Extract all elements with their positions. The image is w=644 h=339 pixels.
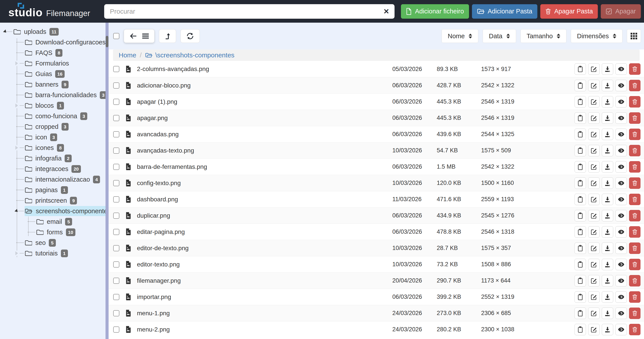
row-checkbox[interactable] — [113, 262, 119, 268]
row-checkbox[interactable] — [113, 326, 119, 332]
tree-item[interactable]: screenshots-componentes — [0, 206, 106, 216]
edit-button[interactable] — [588, 324, 600, 335]
select-all-checkbox[interactable] — [113, 33, 119, 39]
delete-file-button[interactable] — [629, 324, 640, 335]
preview-button[interactable] — [616, 308, 627, 319]
sidebar-scrollbar-thumb[interactable] — [106, 36, 108, 47]
preview-button[interactable] — [616, 145, 627, 156]
delete-file-button[interactable] — [629, 161, 640, 172]
copy-path-button[interactable] — [574, 178, 586, 189]
copy-path-button[interactable] — [574, 210, 586, 222]
row-checkbox[interactable] — [113, 180, 119, 186]
row-checkbox[interactable] — [113, 164, 119, 170]
edit-button[interactable] — [588, 145, 600, 156]
row-checkbox[interactable] — [113, 245, 119, 251]
copy-path-button[interactable] — [574, 242, 586, 254]
clear-search-icon[interactable]: ✕ — [383, 8, 389, 15]
download-button[interactable] — [602, 194, 613, 205]
tree-item[interactable]: paginas 1 — [0, 185, 106, 195]
download-button[interactable] — [602, 242, 613, 254]
tree-item[interactable]: barra-funcionalidades 3 — [0, 90, 106, 100]
edit-button[interactable] — [588, 194, 600, 205]
tree-item[interactable]: Formularios — [0, 58, 106, 68]
preview-button[interactable] — [616, 194, 627, 205]
row-checkbox[interactable] — [113, 212, 119, 219]
row-checkbox[interactable] — [113, 131, 119, 138]
copy-path-button[interactable] — [574, 275, 586, 286]
edit-button[interactable] — [588, 112, 600, 124]
copy-path-button[interactable] — [574, 259, 586, 270]
tree-item[interactable]: seo 5 — [0, 238, 106, 248]
delete-file-button[interactable] — [629, 291, 640, 303]
preview-button[interactable] — [616, 63, 627, 75]
tree-expander-icon[interactable] — [14, 208, 19, 214]
tree-item[interactable]: icon 3 — [0, 132, 106, 142]
preview-button[interactable] — [616, 259, 627, 270]
delete-folder-button[interactable]: Apagar Pasta — [540, 4, 598, 19]
edit-button[interactable] — [588, 210, 600, 222]
edit-button[interactable] — [588, 308, 600, 319]
tree-item[interactable]: email 5 — [0, 216, 106, 227]
edit-button[interactable] — [588, 80, 600, 91]
delete-file-button[interactable] — [629, 96, 640, 108]
copy-path-button[interactable] — [574, 96, 586, 108]
delete-file-button[interactable] — [629, 210, 640, 222]
delete-file-button[interactable] — [629, 194, 640, 205]
copy-path-button[interactable] — [574, 308, 586, 319]
preview-button[interactable] — [616, 96, 627, 108]
download-button[interactable] — [602, 275, 613, 286]
tree-item[interactable]: blocos 1 — [0, 100, 106, 111]
download-button[interactable] — [602, 112, 613, 124]
delete-file-button[interactable] — [629, 80, 640, 91]
edit-button[interactable] — [588, 242, 600, 254]
tree-expander-icon[interactable] — [3, 29, 8, 34]
delete-file-button[interactable] — [629, 178, 640, 189]
row-checkbox[interactable] — [113, 229, 119, 235]
tree-item[interactable]: forms 10 — [0, 227, 106, 238]
delete-file-button[interactable] — [629, 128, 640, 140]
search-input[interactable] — [104, 4, 394, 19]
preview-button[interactable] — [616, 291, 627, 303]
row-checkbox[interactable] — [113, 294, 119, 300]
back-and-list-button[interactable] — [124, 29, 154, 43]
tree-item[interactable]: Guias 16 — [0, 68, 106, 79]
preview-button[interactable] — [616, 161, 627, 172]
copy-path-button[interactable] — [574, 145, 586, 156]
preview-button[interactable] — [616, 128, 627, 140]
row-checkbox[interactable] — [113, 278, 119, 284]
tree-item[interactable]: tutoriais 1 — [0, 248, 106, 258]
copy-path-button[interactable] — [574, 63, 586, 75]
edit-button[interactable] — [588, 96, 600, 108]
tree-item[interactable]: uploads 11 — [0, 26, 106, 37]
download-button[interactable] — [602, 308, 613, 319]
edit-button[interactable] — [588, 128, 600, 140]
copy-path-button[interactable] — [574, 128, 586, 140]
row-checkbox[interactable] — [113, 148, 119, 154]
download-button[interactable] — [602, 63, 613, 75]
preview-button[interactable] — [616, 80, 627, 91]
tree-item[interactable]: FAQS 8 — [0, 48, 106, 58]
preview-button[interactable] — [616, 242, 627, 254]
preview-button[interactable] — [616, 178, 627, 189]
sort-by-size-button[interactable]: Tamanho — [520, 29, 566, 43]
download-button[interactable] — [602, 259, 613, 270]
copy-path-button[interactable] — [574, 194, 586, 205]
delete-file-button[interactable] — [629, 112, 640, 124]
download-button[interactable] — [602, 128, 613, 140]
row-checkbox[interactable] — [113, 115, 119, 121]
edit-button[interactable] — [588, 259, 600, 270]
edit-button[interactable] — [588, 161, 600, 172]
copy-path-button[interactable] — [574, 226, 586, 238]
tree-item[interactable]: printscreen 9 — [0, 195, 106, 206]
delete-file-button[interactable] — [629, 226, 640, 238]
delete-file-button[interactable] — [629, 63, 640, 75]
download-button[interactable] — [602, 226, 613, 238]
add-file-button[interactable]: Adicionar ficheiro — [401, 4, 469, 19]
download-button[interactable] — [602, 96, 613, 108]
tree-expander-icon[interactable] — [14, 145, 19, 150]
download-button[interactable] — [602, 324, 613, 335]
tree-item[interactable]: como-funciona 3 — [0, 111, 106, 121]
edit-button[interactable] — [588, 178, 600, 189]
edit-button[interactable] — [588, 291, 600, 303]
sort-by-name-button[interactable]: Nome — [442, 29, 478, 43]
